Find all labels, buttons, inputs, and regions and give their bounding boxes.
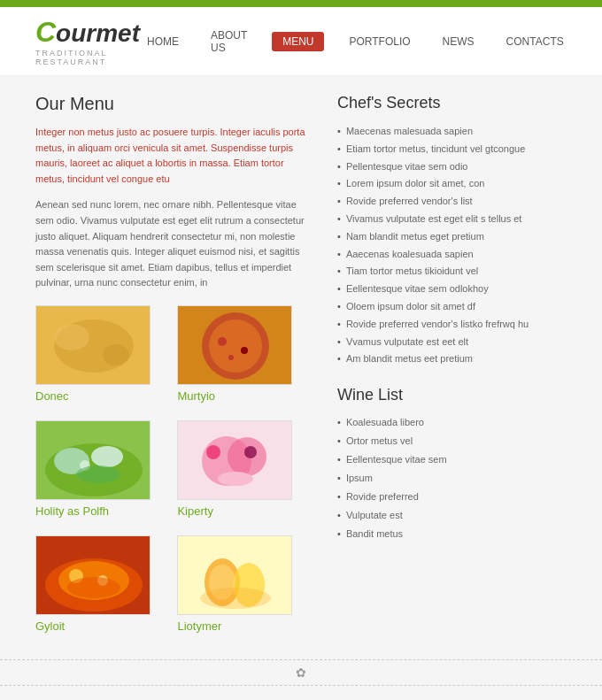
logo-subtitle: TRADITIONAL RESTAURANT xyxy=(35,49,140,66)
logo-rest: ourmet xyxy=(56,19,140,47)
food-item-0: Donec xyxy=(35,305,168,412)
food-grid: Donec Murtyio xyxy=(35,305,311,642)
svg-point-3 xyxy=(103,344,129,365)
svg-point-7 xyxy=(218,337,227,346)
food-image-salad xyxy=(35,420,150,500)
logo: Courmet TRADITIONAL RESTAURANT xyxy=(35,16,140,66)
intro-text: Integer non metus justo ac posuere turpi… xyxy=(35,125,311,187)
right-column: Chef's Secrets Maecenas malesuada sapien… xyxy=(337,94,567,642)
food-image-icecream xyxy=(177,420,292,500)
logo-text: Courmet xyxy=(35,16,140,49)
chefs-secrets-title: Chef's Secrets xyxy=(337,94,567,112)
food-image-melon xyxy=(35,305,150,385)
svg-point-21 xyxy=(218,472,253,486)
logo-c: C xyxy=(35,16,56,48)
top-accent-bar xyxy=(0,0,602,7)
svg-point-13 xyxy=(91,446,123,467)
section-divider: ✿ xyxy=(0,659,602,685)
svg-point-6 xyxy=(209,319,262,373)
list-item: Maecenas malesuada sapien xyxy=(337,123,567,141)
food-item-3: Kiperty xyxy=(177,420,310,527)
list-item: Lorem ipsum dolor sit amet, con xyxy=(337,175,567,193)
main-content: Our Menu Integer non metus justo ac posu… xyxy=(0,76,602,659)
divider-icon: ✿ xyxy=(296,665,306,680)
svg-point-2 xyxy=(54,324,89,350)
svg-point-15 xyxy=(76,465,120,483)
list-item: Eellentesque vitae sem odlokhoy xyxy=(337,281,567,298)
svg-point-9 xyxy=(228,355,234,360)
food-name-0: Donec xyxy=(35,389,168,403)
list-item: Bandit metus xyxy=(337,525,567,543)
nav-contacts[interactable]: CONTACTS xyxy=(499,32,571,51)
list-item: Vulputate est xyxy=(337,506,567,525)
list-item: Etiam tortor metus, tincidunt vel gtcong… xyxy=(337,141,567,158)
food-name-4: Gyloit xyxy=(35,619,168,633)
list-item: Rovide preferred vendor's listko frefrwq… xyxy=(337,316,567,334)
svg-point-20 xyxy=(244,446,257,458)
food-image-pizza xyxy=(177,305,292,385)
nav-portfolio[interactable]: PORTFOLIO xyxy=(342,32,417,51)
svg-point-19 xyxy=(206,445,220,459)
chefs-secrets-list: Maecenas malesuada sapien Etiam tortor m… xyxy=(337,123,567,368)
list-item: Vivamus vulputate est eget elit s tellus… xyxy=(337,211,567,228)
list-item: Rovide preferred xyxy=(337,488,567,506)
food-name-1: Murtyio xyxy=(177,389,310,403)
list-item: Koalesuada libero xyxy=(337,413,567,432)
left-column: Our Menu Integer non metus justo ac posu… xyxy=(35,94,311,642)
list-item: Ortor metus vel xyxy=(337,432,567,450)
our-menu-title: Our Menu xyxy=(35,94,311,114)
list-item: Aaecenas koalesuada sapien xyxy=(337,246,567,264)
food-item-4: Gyloit xyxy=(35,535,168,642)
list-item: Eellentesque vitae sem xyxy=(337,450,567,469)
wine-list-title: Wine List xyxy=(337,386,567,404)
food-item-5: Liotymer xyxy=(177,535,310,642)
svg-point-32 xyxy=(200,588,271,609)
list-item: Nam blandit metus eget pretium xyxy=(337,228,567,246)
wine-list: Koalesuada libero Ortor metus vel Eellen… xyxy=(337,413,567,542)
list-item: Vvamus vulputate est eet elt xyxy=(337,334,567,351)
wine-section: Wine List Koalesuada libero Ortor metus … xyxy=(337,386,567,542)
list-item: Rovide preferred vendor's list xyxy=(337,193,567,211)
food-image-pears xyxy=(177,535,292,615)
svg-point-27 xyxy=(67,577,120,598)
nav-about[interactable]: ABOUT US xyxy=(204,26,254,58)
list-item: Am blandit metus eet pretium xyxy=(337,350,567,368)
list-item: Ipsum xyxy=(337,469,567,488)
nav-news[interactable]: NEWS xyxy=(436,32,482,51)
food-item-2: Holity as Polfh xyxy=(35,420,168,527)
food-image-curry xyxy=(35,535,150,615)
nav-home[interactable]: HOME xyxy=(140,32,186,51)
footer-widgets: Follow Us f t RSS Email Updates Join our… xyxy=(0,685,602,700)
food-name-5: Liotymer xyxy=(177,619,310,633)
food-item-1: Murtyio xyxy=(177,305,310,412)
site-header: Courmet TRADITIONAL RESTAURANT HOME ABOU… xyxy=(0,7,602,76)
list-item: Pellentesque vitae sem odio xyxy=(337,158,567,176)
svg-point-8 xyxy=(241,347,248,354)
nav-menu[interactable]: MENU xyxy=(272,32,324,51)
food-name-3: Kiperty xyxy=(177,504,310,518)
chefs-secrets-section: Chef's Secrets Maecenas malesuada sapien… xyxy=(337,94,567,368)
body-text: Aenean sed nunc lorem, nec ornare nibh. … xyxy=(35,197,311,291)
main-nav: HOME ABOUT US MENU PORTFOLIO NEWS CONTAC… xyxy=(140,26,571,58)
list-item: Tiam tortor metus tikioidunt vel xyxy=(337,263,567,281)
food-name-2: Holity as Polfh xyxy=(35,504,168,518)
list-item: Oloem ipsum dolor sit amet df xyxy=(337,298,567,316)
